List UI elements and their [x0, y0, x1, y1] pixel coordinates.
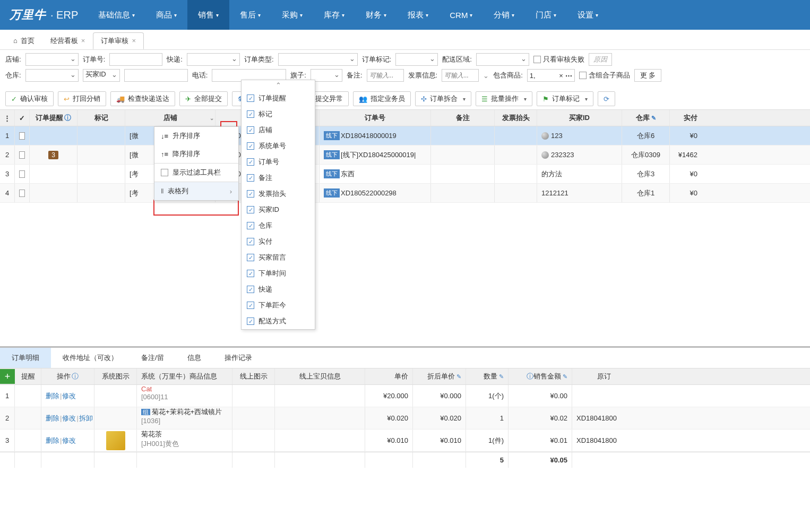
nav-item-1[interactable]: 商品▾	[145, 0, 187, 30]
table-row[interactable]: 4[考线下XD1805220002981212121仓库1¥0	[0, 184, 810, 203]
toolbar-btn-8[interactable]: ☰批量操作▾	[476, 91, 532, 106]
submenu-item-13[interactable]: ✓下单距今	[242, 297, 315, 313]
nav-item-4[interactable]: 采购▾	[271, 0, 313, 30]
submenu-item-8[interactable]: ✓仓库	[242, 218, 315, 234]
column-menu-caret[interactable]: ⌄	[210, 115, 214, 121]
nav-item-11[interactable]: 设置▾	[567, 0, 609, 30]
select-ordertype[interactable]	[278, 53, 358, 66]
detail-tab-0[interactable]: 订单明细	[0, 348, 51, 368]
submenu-item-9[interactable]: ✓实付	[242, 234, 315, 250]
input-orderno[interactable]	[109, 53, 162, 66]
nav-item-10[interactable]: 门店▾	[525, 0, 567, 30]
menu-show-filter[interactable]: 显示过滤工具栏	[154, 164, 238, 182]
toolbar-btn-0[interactable]: ✓确认审核	[5, 91, 54, 106]
nav-item-0[interactable]: 基础信息▾	[88, 0, 145, 30]
table-row[interactable]: 23[微XD180502000018线下[线下]XD180425000019|2…	[0, 145, 810, 165]
th-mark[interactable]: 标记	[77, 110, 125, 126]
nav-item-2[interactable]: 销售▾	[187, 0, 229, 30]
toolbar-btn-6[interactable]: 👥指定业务员	[353, 91, 411, 106]
submenu-item-1[interactable]: ✓标记	[242, 106, 315, 122]
submenu-item-7[interactable]: ✓买家ID	[242, 202, 315, 218]
submenu-item-5[interactable]: ✓备注	[242, 170, 315, 186]
toolbar-btn-9[interactable]: ⚑订单标记▾	[537, 91, 593, 106]
submenu-item-11[interactable]: ✓下单时间	[242, 265, 315, 281]
toolbar-icon: ✓	[11, 95, 17, 103]
submenu-item-3[interactable]: ✓系统单号	[242, 138, 315, 154]
menu-columns[interactable]: ⦀ 表格列 ›	[154, 182, 238, 200]
scroll-up-icon[interactable]: ⌃	[242, 80, 315, 90]
select-shop[interactable]	[25, 53, 79, 66]
nav-item-5[interactable]: 库存▾	[313, 0, 355, 30]
detail-tab-1[interactable]: 收件地址（可改）	[51, 348, 130, 368]
tab-0[interactable]: 经营看板×	[42, 32, 93, 49]
toolbar-btn-3[interactable]: ✈全部提交	[179, 91, 228, 106]
checkbox-combo[interactable]: 含组合子商品	[579, 71, 630, 80]
op-link[interactable]: 修改	[62, 391, 76, 401]
th-note[interactable]: 备注	[431, 110, 495, 126]
th-invoice[interactable]: 发票抬头	[495, 110, 537, 126]
th-buyer[interactable]: 买家ID	[537, 110, 622, 126]
th-orderno[interactable]: 订单号	[320, 110, 431, 126]
submenu-item-2[interactable]: ✓店铺	[242, 122, 315, 138]
toolbar-btn-10[interactable]: ⟳	[598, 91, 615, 106]
nav-item-8[interactable]: CRM▾	[439, 0, 483, 30]
input-invoice[interactable]	[442, 69, 479, 82]
detail-row[interactable]: 3删除|修改菊花茶[JH001]黄色¥0.010¥0.0101(件)¥0.01X…	[0, 430, 810, 452]
op-link[interactable]: 拆卸	[79, 414, 93, 423]
th-checkall[interactable]: ✓	[15, 110, 30, 126]
detail-row[interactable]: 2删除|修改|拆卸组菊花+茉莉花+西城镜片[1036]¥0.020¥0.0201…	[0, 407, 810, 430]
table-row[interactable]: 1[微XD180418000019线下XD180418000019123仓库6¥…	[0, 126, 810, 145]
th-pay[interactable]: 实付	[670, 110, 702, 126]
label-shop: 店铺:	[5, 55, 21, 64]
th-shop[interactable]: 店铺 ⌄	[125, 110, 216, 126]
select-depot[interactable]	[25, 69, 79, 82]
op-link[interactable]: 修改	[62, 414, 76, 423]
select-express[interactable]	[187, 53, 240, 66]
more-button[interactable]: 更 多	[634, 69, 662, 82]
nav-item-7[interactable]: 报表▾	[397, 0, 439, 30]
input-note[interactable]	[367, 69, 404, 82]
th-depot[interactable]: 仓库✎	[622, 110, 670, 126]
input-invoice-caret[interactable]: ⌄	[483, 72, 489, 80]
submenu-item-6[interactable]: ✓发票抬头	[242, 186, 315, 202]
th-remind[interactable]: 订单提醒ⓘ	[30, 110, 77, 126]
toolbar-btn-1[interactable]: ↩打回分销	[58, 91, 106, 106]
select-buyerid[interactable]: 买家ID	[83, 69, 120, 82]
submenu-item-10[interactable]: ✓买家留言	[242, 250, 315, 265]
toolbar-btn-7[interactable]: ✣订单拆合▾	[415, 91, 471, 106]
select-region[interactable]	[476, 53, 529, 66]
clear-icon[interactable]: ×	[559, 72, 563, 80]
tab-home[interactable]: ⌂ 首页	[5, 32, 42, 49]
detail-tab-3[interactable]: 信息	[176, 348, 213, 368]
nav-item-9[interactable]: 分销▾	[483, 0, 525, 30]
close-icon[interactable]: ×	[81, 37, 85, 45]
submenu-item-4[interactable]: ✓订单号	[242, 154, 315, 170]
menu-sort-asc[interactable]: ↓≡ 升序排序	[154, 127, 238, 145]
globe-icon	[541, 151, 549, 159]
submenu-item-14[interactable]: ✓配送方式	[242, 313, 315, 329]
toolbar-icon: ↩	[64, 95, 70, 103]
detail-row[interactable]: 1删除|修改Cat[0600]11¥20.000¥0.0001(个)¥0.00	[0, 385, 810, 407]
nav-item-6[interactable]: 财务▾	[355, 0, 397, 30]
detail-tab-4[interactable]: 操作记录	[213, 348, 264, 368]
checkbox-onlyfail[interactable]: 只看审核失败	[533, 55, 584, 64]
submenu-item-12[interactable]: ✓快递	[242, 281, 315, 297]
menu-sort-desc[interactable]: ↑≡ 降序排序	[154, 145, 238, 163]
input-include-goods[interactable]: 1, × ⋯	[527, 69, 575, 82]
input-buyerid[interactable]	[124, 69, 188, 82]
op-link[interactable]: 删除	[46, 414, 59, 423]
more-dots-icon[interactable]: ⋯	[565, 72, 572, 80]
close-icon[interactable]: ×	[132, 37, 136, 45]
toolbar-btn-2[interactable]: 🚚检查快递送达	[110, 91, 175, 106]
nav-item-3[interactable]: 售后▾	[229, 0, 271, 30]
submenu-item-0[interactable]: ✓订单提醒	[242, 90, 315, 106]
op-link[interactable]: 修改	[62, 436, 76, 445]
op-link[interactable]: 删除	[46, 391, 59, 401]
table-row[interactable]: 3[考XD180517000011线下东西的方法仓库3¥0	[0, 165, 810, 184]
tab-1[interactable]: 订单审核×	[93, 32, 144, 49]
add-button[interactable]: +	[0, 369, 15, 384]
detail-tab-2[interactable]: 备注/留	[130, 348, 176, 368]
select-ordermark[interactable]	[395, 53, 438, 66]
op-link[interactable]: 删除	[46, 436, 59, 445]
th-menu[interactable]: ⋮	[0, 110, 15, 126]
